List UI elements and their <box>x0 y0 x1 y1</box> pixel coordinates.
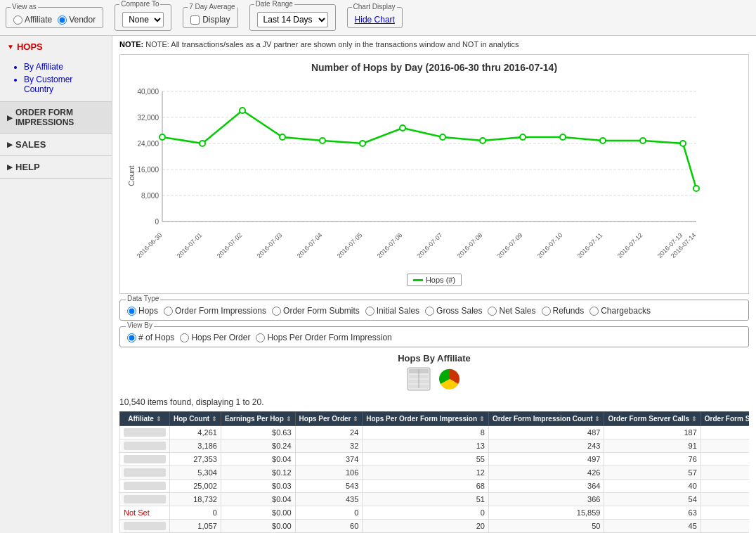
col-affiliate[interactable]: Affiliate ⇕ <box>120 412 170 426</box>
data-table: Affiliate ⇕ Hop Count ⇕ Earnings Per Hop… <box>119 411 749 533</box>
date-range-group: Date Range Last 14 Days <box>249 4 336 31</box>
note-text: NOTE: NOTE: All transactions/sales as a … <box>119 40 749 49</box>
view-as-label: View as <box>11 3 38 11</box>
sidebar-hops-header[interactable]: ▼ HOPS <box>0 36 112 58</box>
svg-point-15 <box>159 134 165 140</box>
vendor-radio-label[interactable]: Vendor <box>58 15 96 25</box>
legend-color-hops <box>413 279 423 281</box>
order-form-label: ORDER FORM IMPRESSIONS <box>15 108 105 127</box>
display-checkbox[interactable] <box>190 15 200 25</box>
main-content: NOTE: NOTE: All transactions/sales as a … <box>112 36 756 533</box>
view-as-group: View as Affiliate Vendor <box>6 7 103 28</box>
hops-chart: Count 40,000 32,000 24,000 16,000 8,000 … <box>127 77 710 267</box>
svg-point-25 <box>560 134 566 140</box>
data-type-ofs[interactable]: Order Form Submits <box>272 306 360 316</box>
cell-hpo: 24 <box>295 426 363 439</box>
affiliate-section-title: Hops By Affiliate <box>119 353 749 364</box>
data-type-hops[interactable]: Hops <box>127 306 158 316</box>
help-arrow-icon: ▶ <box>7 163 13 171</box>
sidebar-item-by-customer-country[interactable]: By Customer Country <box>24 73 100 96</box>
compare-to-label: Compare To <box>119 0 160 8</box>
col-hops-per-ofi[interactable]: Hops Per Order Form Impression ⇕ <box>363 412 489 426</box>
data-type-chargebacks[interactable]: Chargebacks <box>589 306 651 316</box>
svg-text:32,000: 32,000 <box>137 114 159 122</box>
display-checkbox-label[interactable]: Display <box>190 15 230 25</box>
svg-text:2016-07-10: 2016-07-10 <box>536 231 564 259</box>
table-row: 5,304 $0.12 106 12 426 57 11.74% 50 $649… <box>120 466 750 480</box>
col-hops-per-order[interactable]: Hops Per Order ⇕ <box>295 412 363 426</box>
svg-text:2016-07-05: 2016-07-05 <box>336 231 364 259</box>
date-range-select[interactable]: Last 14 Days <box>257 12 328 27</box>
data-type-net[interactable]: Net Sales <box>488 306 535 316</box>
toolbar: View as Affiliate Vendor Compare To None… <box>0 0 756 36</box>
svg-text:2016-07-11: 2016-07-11 <box>576 231 604 259</box>
svg-text:2016-07-09: 2016-07-09 <box>496 231 524 259</box>
col-server-calls[interactable]: Order Form Server Calls ⇕ <box>604 412 700 426</box>
col-earnings-per-hop[interactable]: Earnings Per Hop ⇕ <box>221 412 295 426</box>
cell-affiliate-not-set: Not Set <box>120 506 170 520</box>
svg-point-21 <box>400 125 405 131</box>
help-label: HELP <box>15 162 40 172</box>
cell-affiliate <box>120 466 170 480</box>
view-by-per-impression[interactable]: Hops Per Order Form Impression <box>256 333 391 342</box>
chart-display-label: Chart Display <box>352 3 397 11</box>
col-hop-count[interactable]: Hop Count ⇕ <box>170 412 221 426</box>
cell-hpofi: 8 <box>363 426 489 439</box>
sidebar-item-by-affiliate[interactable]: By Affiliate <box>24 60 100 73</box>
table-row: 3,186 $0.24 32 13 243 91 40.33% 98 $749.… <box>120 439 750 453</box>
hide-chart-button[interactable]: Hide Chart <box>355 15 395 25</box>
svg-point-23 <box>480 138 485 143</box>
vendor-radio[interactable] <box>58 15 67 25</box>
svg-point-19 <box>320 138 325 143</box>
view-by-per-order[interactable]: Hops Per Order <box>180 333 250 342</box>
svg-text:Count: Count <box>127 165 136 186</box>
svg-text:2016-07-06: 2016-07-06 <box>376 231 404 259</box>
compare-to-select[interactable]: None <box>122 12 164 27</box>
cell-server: 187 <box>604 426 700 439</box>
svg-point-16 <box>200 141 205 146</box>
chart-box: Number of Hops by Day (2016-06-30 thru 2… <box>119 54 749 294</box>
table-row: 1,057 $0.00 60 20 50 45 25.71% <box>120 520 750 533</box>
data-type-refunds[interactable]: Refunds <box>542 306 585 316</box>
vendor-label: Vendor <box>69 15 96 25</box>
sidebar-sales-header[interactable]: ▶ SALES <box>0 134 112 156</box>
table-row: 25,002 $0.03 543 68 364 40 12.64% 46 $73… <box>120 480 750 493</box>
affiliate-radio-label[interactable]: Affiliate <box>13 15 52 25</box>
col-sale-conv[interactable]: Order Form Sale Conversion ⇕ <box>700 412 749 426</box>
data-type-options: Hops Order Form Impressions Order Form S… <box>127 306 741 316</box>
svg-point-20 <box>360 141 365 146</box>
svg-text:2016-07-03: 2016-07-03 <box>256 231 284 259</box>
svg-text:40,000: 40,000 <box>137 88 159 96</box>
view-by-hops[interactable]: # of Hops <box>127 333 174 342</box>
cell-affiliate <box>120 493 170 506</box>
sales-arrow-icon: ▶ <box>7 141 13 148</box>
svg-text:2016-07-01: 2016-07-01 <box>176 231 204 259</box>
svg-text:2016-07-02: 2016-07-02 <box>216 231 244 259</box>
data-type-gross[interactable]: Gross Sales <box>425 306 482 316</box>
chart-legend: Hops (#) <box>127 274 741 286</box>
data-type-initial[interactable]: Initial Sales <box>365 306 419 316</box>
svg-text:0: 0 <box>155 218 159 226</box>
order-form-arrow-icon: ▶ <box>7 114 13 122</box>
data-table-wrap: Affiliate ⇕ Hop Count ⇕ Earnings Per Hop… <box>119 411 749 533</box>
sidebar-order-form-header[interactable]: ▶ ORDER FORM IMPRESSIONS <box>0 101 112 134</box>
cell-affiliate <box>120 426 170 439</box>
pie-chart-icon[interactable] <box>437 366 462 392</box>
data-type-ofi[interactable]: Order Form Impressions <box>164 306 266 316</box>
col-ofi-count[interactable]: Order Form Impression Count ⇕ <box>488 412 604 426</box>
affiliate-radio[interactable] <box>13 15 22 25</box>
table-row: Not Set 0 $0.00 0 0 15,859 63 0.23% 4,35… <box>120 506 750 520</box>
svg-text:2016-06-30: 2016-06-30 <box>136 231 164 259</box>
data-type-label: Data Type <box>126 295 160 302</box>
main-layout: ▼ HOPS By Affiliate By Customer Country … <box>0 36 756 533</box>
sidebar-help-header[interactable]: ▶ HELP <box>0 156 112 179</box>
sidebar-section-help: ▶ HELP <box>0 156 112 179</box>
sidebar-section-sales: ▶ SALES <box>0 134 112 156</box>
cell-affiliate <box>120 520 170 533</box>
affiliate-label: Affiliate <box>25 15 52 25</box>
svg-text:2016-07-12: 2016-07-12 <box>616 231 644 259</box>
table-header-row: Affiliate ⇕ Hop Count ⇕ Earnings Per Hop… <box>120 412 750 426</box>
table-icon[interactable] <box>406 366 431 392</box>
cell-affiliate <box>120 439 170 453</box>
chart-legend-hops: Hops (#) <box>407 274 462 286</box>
